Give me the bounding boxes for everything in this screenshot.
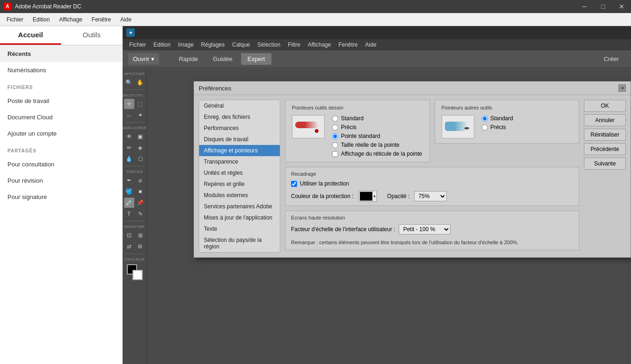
sidebar-item-consultation[interactable]: Pour consultation — [0, 156, 122, 172]
color-box-swatch[interactable] — [360, 192, 373, 201]
precedente-button[interactable]: Précédente — [584, 143, 626, 155]
radio-taille-reelle[interactable]: Taille réelle de la pointe — [332, 142, 422, 148]
crop-tool[interactable]: ⊡ — [124, 230, 134, 240]
radio-precis-autres-input[interactable] — [482, 124, 488, 130]
radio-standard-dessin[interactable]: Standard — [332, 115, 422, 122]
cat-disques[interactable]: Disques de travail — [199, 134, 280, 145]
dialog-close-button[interactable]: ✕ — [618, 84, 626, 92]
pin-tool[interactable]: 📌 — [135, 198, 146, 208]
sidebar-item-recents[interactable]: Récents — [0, 46, 122, 62]
cat-selection-pays[interactable]: Sélection du pays/de la région — [199, 234, 280, 252]
cat-modules[interactable]: Modules externes — [199, 190, 280, 201]
acrobat-menu-affichage[interactable]: Affichage — [55, 14, 87, 25]
dialog-buttons: OK Annuler Réinitialiser Précédente Suiv… — [584, 100, 626, 253]
cat-general[interactable]: Général — [199, 100, 280, 111]
radio-pointe-input[interactable] — [332, 133, 338, 139]
cat-reperes[interactable]: Repères et grille — [199, 179, 280, 190]
radio-precis-autres[interactable]: Précis — [482, 124, 513, 130]
ecrans-title: Ecrans haute résolution — [291, 215, 573, 220]
acrobat-menu-fichier[interactable]: Fichier — [2, 14, 28, 25]
sidebar-item-numérisations[interactable]: Numérisations — [0, 62, 122, 78]
radio-pointe-standard[interactable]: Pointe standard — [332, 133, 422, 139]
sidebar-item-cloud[interactable]: Document Cloud — [0, 109, 122, 125]
checkbox-reticule-input[interactable] — [332, 151, 338, 157]
paint-bucket-tool[interactable]: 🪣 — [124, 186, 134, 197]
sidebar-item-poste[interactable]: Poste de travail — [0, 93, 122, 109]
radio-standard-input[interactable] — [332, 116, 338, 122]
cat-texte[interactable]: Texte — [199, 223, 280, 234]
ok-button[interactable]: OK — [584, 100, 626, 112]
rect-select-tool[interactable]: ⬚ — [135, 99, 146, 109]
ps-menu-fenetre[interactable]: Fenêtre — [335, 41, 361, 49]
color-swatch[interactable] — [127, 264, 143, 280]
stamp-tool[interactable]: ▣ — [135, 131, 146, 142]
checkbox-protection-input[interactable] — [291, 181, 297, 187]
cat-affichage[interactable]: Affichage et pointeurs — [199, 145, 280, 156]
warp-tool[interactable]: ⚙ — [135, 241, 146, 252]
acrobat-menu-fenetre[interactable]: Fenêtre — [87, 14, 116, 25]
mode-guidee-button[interactable]: Guidée — [207, 53, 239, 65]
suivante-button[interactable]: Suivante — [584, 158, 626, 170]
minimize-button[interactable]: ─ — [575, 0, 594, 13]
sidebar-item-signature[interactable]: Pour signature — [0, 189, 122, 205]
cat-performances[interactable]: Performances — [199, 123, 280, 134]
mode-expert-button[interactable]: Expert — [241, 53, 272, 65]
checkbox-protection[interactable]: Utiliser la protection — [291, 180, 349, 187]
shape-tool[interactable]: ■ — [135, 186, 146, 197]
eye-tool[interactable]: 👁 — [124, 131, 134, 142]
radio-standard-autres[interactable]: Standard — [482, 115, 513, 122]
radio-standard-autres-input[interactable] — [482, 116, 488, 122]
transform-tool[interactable]: ⇄ — [124, 241, 134, 252]
cat-transparence[interactable]: Transparence — [199, 156, 280, 167]
reinitialiser-button[interactable]: Réinitialiser — [584, 129, 626, 141]
tab-outils[interactable]: Outils — [61, 26, 122, 45]
ps-menu-edition[interactable]: Edition — [150, 41, 174, 49]
ps-menu-filtre[interactable]: Filtre — [284, 41, 304, 49]
close-button[interactable]: ✕ — [612, 0, 631, 13]
checkbox-reticule[interactable]: Affichage du réticule de la pointe — [332, 151, 422, 157]
opacite-select[interactable]: 75% 25% 50% 100% — [414, 191, 447, 201]
sidebar-item-revision[interactable]: Pour révision — [0, 172, 122, 189]
sidebar-item-ajouter[interactable]: Ajouter un compte — [0, 125, 122, 142]
eyedropper-tool[interactable]: 💉 — [124, 198, 134, 208]
perspective-tool[interactable]: ⊞ — [135, 230, 146, 240]
text-tool[interactable]: T — [124, 209, 134, 219]
ps-menu-selection[interactable]: Sélection — [254, 41, 284, 49]
lasso-tool[interactable]: ⌓ — [124, 110, 134, 120]
couleur-protection-selector[interactable]: ▾ — [358, 191, 377, 202]
hand-tool[interactable]: ✋ — [135, 77, 146, 88]
ps-menu-aide[interactable]: Aide — [361, 41, 380, 49]
move-tool[interactable]: ✛ — [124, 99, 134, 109]
fill-tool[interactable]: 💧 — [124, 154, 134, 164]
magic-select-tool[interactable]: ✦ — [135, 110, 146, 120]
annotation-tool[interactable]: ✎ — [135, 209, 146, 219]
cat-mises-a-jour[interactable]: Mises à jour de l'application — [199, 212, 280, 223]
tab-accueil[interactable]: Accueil — [0, 26, 61, 45]
facteur-select[interactable]: Petit - 100 % Moyen - 150 % Grand - 200 … — [399, 224, 451, 234]
creer-button[interactable]: Créer — [597, 53, 625, 65]
zoom-tool[interactable]: 🔍 — [124, 77, 134, 88]
maximize-button[interactable]: □ — [594, 0, 612, 13]
acrobat-menu-edition[interactable]: Edition — [28, 14, 55, 25]
pen-tool[interactable]: ✒ — [124, 175, 134, 185]
radio-taille-input[interactable] — [332, 142, 338, 148]
erase-tool[interactable]: ⌀ — [135, 175, 146, 185]
ps-menu-calque[interactable]: Calque — [229, 41, 254, 49]
radio-precis-dessin[interactable]: Précis — [332, 124, 422, 130]
brush-tool[interactable]: ✏ — [124, 143, 134, 153]
ps-menu-reglages[interactable]: Réglages — [197, 41, 229, 49]
acrobat-menu-aide[interactable]: Aide — [116, 14, 136, 25]
ouvrir-button[interactable]: Ouvrir ▾ — [128, 53, 159, 65]
cat-enreg[interactable]: Enreg. des fichiers — [199, 111, 280, 123]
ps-menu-fichier[interactable]: Fichier — [125, 41, 150, 49]
eraser-tool[interactable]: ◈ — [135, 143, 146, 153]
cat-unites[interactable]: Unités et règles — [199, 167, 280, 179]
ps-menu-affichage[interactable]: Affichage — [304, 41, 335, 49]
cat-services[interactable]: Services partenaires Adobe — [199, 201, 280, 212]
mode-rapide-button[interactable]: Rapide — [172, 53, 204, 65]
background-color[interactable] — [132, 270, 143, 280]
ps-menu-image[interactable]: Image — [174, 41, 197, 49]
brain-tool[interactable]: ⬡ — [135, 154, 146, 164]
radio-precis-input[interactable] — [332, 124, 338, 130]
annuler-button[interactable]: Annuler — [584, 114, 626, 126]
